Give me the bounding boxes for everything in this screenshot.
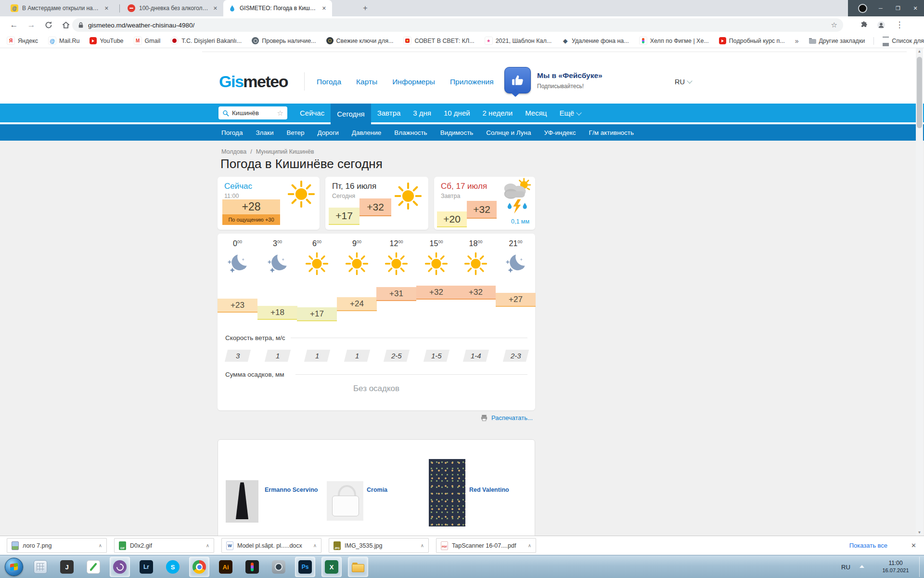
kebab-menu-icon[interactable]: ⋮: [893, 19, 906, 31]
facebook-title[interactable]: Мы в «Фейсбуке»: [537, 71, 603, 80]
download-item[interactable]: Model pl.săpt. pl.....docx∧: [221, 538, 321, 553]
taskbar-clock[interactable]: 11:00 16.07.2021: [874, 555, 917, 578]
download-item[interactable]: лого 7.png∧: [7, 538, 107, 553]
close-button[interactable]: ✕: [907, 0, 924, 16]
other-bookmarks-button[interactable]: Другие закладки: [809, 38, 865, 44]
card-now-label[interactable]: Сейчас: [224, 182, 252, 191]
bookmark-star-icon[interactable]: ☆: [831, 21, 837, 29]
tab-close-icon[interactable]: ✕: [103, 5, 110, 12]
home-icon[interactable]: [60, 19, 72, 31]
site-nav-link[interactable]: Приложения: [450, 78, 494, 86]
breadcrumb-country[interactable]: Молдова: [221, 148, 246, 155]
bookmark-item[interactable]: Mail.Ru: [48, 37, 79, 45]
weather-card-tomorrow[interactable]: Сб, 17 июля Завтра +20 +32 0,1 мм: [434, 177, 535, 230]
card-tomorrow-date[interactable]: Сб, 17 июля: [441, 182, 487, 191]
weather-subnav-link[interactable]: Г/м активность: [589, 129, 634, 136]
taskbar-app-folder[interactable]: [348, 557, 368, 577]
forecast-tab[interactable]: Сейчас: [294, 104, 331, 122]
bookmarks-overflow-icon[interactable]: »: [795, 37, 799, 45]
bookmark-item[interactable]: Удаление фона на...: [562, 37, 629, 45]
forecast-tab[interactable]: Месяц: [519, 104, 553, 122]
promo-image-dress[interactable]: [226, 480, 258, 523]
reload-icon[interactable]: [42, 19, 55, 31]
scroll-down-icon[interactable]: ▼: [916, 530, 923, 535]
browser-tab[interactable]: @В Амстердаме открыли напечат✕: [6, 0, 115, 16]
print-link[interactable]: Распечатать...: [480, 414, 533, 421]
bookmark-item[interactable]: YouTube: [90, 37, 123, 45]
taskbar-app-skype[interactable]: S: [163, 557, 183, 577]
browser-tab[interactable]: 100-дневка без алкоголя - Сухо✕: [115, 0, 223, 16]
close-downloads-icon[interactable]: ✕: [911, 542, 916, 549]
forecast-tab[interactable]: 2 недели: [476, 104, 519, 122]
forecast-tab[interactable]: Сегодня: [331, 104, 371, 124]
forecast-tab[interactable]: Ещё: [553, 104, 587, 122]
weather-subnav-link[interactable]: Ветер: [286, 129, 304, 136]
taskbar-app-figma[interactable]: [242, 557, 262, 577]
forward-icon[interactable]: →: [25, 19, 38, 31]
bookmark-item[interactable]: Свежие ключи для...: [326, 37, 394, 45]
browser-tab[interactable]: GISMETEO: Погода в Кишинёве✕: [223, 0, 332, 16]
bookmark-item[interactable]: Яндекс: [7, 37, 38, 45]
card-today-date[interactable]: Пт, 16 июля: [332, 182, 376, 191]
taskbar-app-excel[interactable]: X: [321, 557, 342, 577]
show-all-downloads-button[interactable]: Показать все: [849, 542, 887, 549]
scrollbar[interactable]: ▲ ▼: [916, 48, 923, 536]
breadcrumb-region[interactable]: Муниципий Кишинёв: [256, 148, 314, 155]
weather-card-today[interactable]: Пт, 16 июля Сегодня +17 +32: [325, 177, 428, 230]
show-desktop-divider[interactable]: [919, 557, 920, 577]
print-label[interactable]: Распечатать...: [491, 414, 533, 421]
taskbar-app-camera[interactable]: [269, 557, 289, 577]
bookmark-item[interactable]: 2021, Шаблон Кал...: [485, 37, 552, 45]
promo-image-floral-dress[interactable]: [429, 459, 465, 526]
weather-subnav-link[interactable]: УФ-индекс: [544, 129, 576, 136]
language-indicator[interactable]: RU: [841, 555, 850, 578]
taskbar-app-lightroom[interactable]: Lr: [136, 557, 156, 577]
gismeteo-logo[interactable]: Gismeteo: [219, 72, 288, 91]
chevron-up-icon[interactable]: ∧: [206, 543, 209, 548]
site-nav-link[interactable]: Погода: [317, 78, 341, 86]
bookmark-item[interactable]: Подробный курс п...: [719, 37, 785, 45]
download-item[interactable]: IMG_3535.jpg∧: [329, 538, 429, 553]
scrollbar-thumb[interactable]: [917, 57, 922, 128]
tab-close-icon[interactable]: ✕: [212, 5, 218, 12]
facebook-badge[interactable]: [504, 67, 531, 93]
scroll-up-icon[interactable]: ▲: [916, 49, 923, 53]
weather-subnav-link[interactable]: Солнце и Луна: [486, 129, 531, 136]
language-selector[interactable]: RU: [675, 78, 692, 86]
chevron-up-icon[interactable]: ∧: [528, 543, 531, 548]
site-nav-link[interactable]: Информеры: [392, 78, 435, 86]
bookmark-item[interactable]: Gmail: [134, 37, 161, 45]
forecast-tab[interactable]: 10 дней: [437, 104, 476, 122]
promo-brand[interactable]: Ermanno Scervino: [265, 486, 318, 493]
chevron-up-icon[interactable]: ∧: [313, 543, 317, 548]
address-bar[interactable]: gismeteo.md/weather-chisinau-4980/ ☆: [72, 18, 843, 32]
reading-list-button[interactable]: Список для чтения: [883, 37, 924, 45]
new-tab-button[interactable]: +: [360, 3, 371, 13]
favorite-star-icon[interactable]: ☆: [277, 109, 283, 117]
weather-subnav-link[interactable]: Давление: [352, 129, 381, 136]
weather-subnav-link[interactable]: Влажность: [394, 129, 427, 136]
download-item[interactable]: D0x2.gif∧: [114, 538, 214, 553]
bookmark-item[interactable]: T.C. Dişişleri Bakanlı...: [170, 37, 242, 45]
taskbar-app-notes[interactable]: [83, 557, 103, 577]
tray-chevron-icon[interactable]: [860, 565, 864, 568]
taskbar-app-photoshop[interactable]: Ps: [295, 557, 315, 577]
weather-subnav-link[interactable]: Злаки: [256, 129, 273, 136]
url-text[interactable]: gismeteo.md/weather-chisinau-4980/: [88, 22, 827, 29]
bookmark-item[interactable]: Хелп по Фигме | Хе...: [639, 37, 709, 45]
taskbar-app-jdownloader[interactable]: J: [57, 557, 77, 577]
forecast-tab[interactable]: Завтра: [371, 104, 407, 122]
minimize-button[interactable]: ─: [872, 0, 889, 16]
taskbar-app-calculator[interactable]: [30, 557, 51, 577]
promo-brand[interactable]: Cromia: [367, 486, 387, 493]
back-icon[interactable]: ←: [8, 19, 20, 31]
profile-avatar[interactable]: [875, 19, 887, 31]
tab-close-icon[interactable]: ✕: [321, 5, 327, 12]
search-value[interactable]: Кишинёв: [232, 109, 274, 117]
weather-card-now[interactable]: Сейчас 11:00 +28 По ощущению +30: [218, 177, 320, 230]
maximize-button[interactable]: ❐: [889, 0, 907, 16]
chevron-up-icon[interactable]: ∧: [99, 543, 102, 548]
weather-subnav-link[interactable]: Видимость: [440, 129, 474, 136]
download-item[interactable]: TapScanner 16-07....pdf∧: [436, 538, 536, 553]
chevron-up-icon[interactable]: ∧: [421, 543, 424, 548]
